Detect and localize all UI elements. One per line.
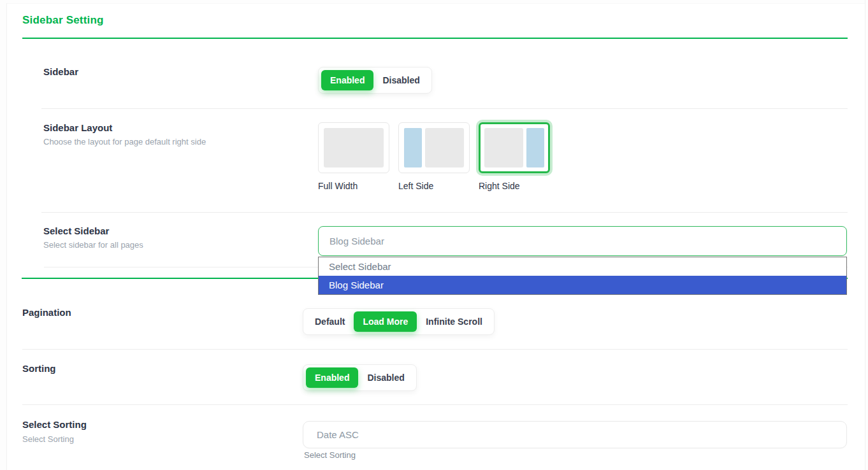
- sidebar-enabled-button[interactable]: Enabled: [321, 70, 373, 90]
- layout-option-full-width[interactable]: Full Width: [318, 122, 389, 191]
- card-left-border: [6, 3, 7, 470]
- layout-option-label: Left Side: [398, 181, 470, 191]
- dropdown-option-blog-sidebar[interactable]: Blog Sidebar: [319, 276, 846, 294]
- sorting-row-label: Sorting: [22, 363, 56, 374]
- pagination-row-label: Pagination: [22, 307, 71, 318]
- content-area-shape: [425, 128, 464, 167]
- row-divider: [22, 349, 848, 350]
- content-area-shape: [324, 128, 384, 167]
- sidebar-disabled-button[interactable]: Disabled: [373, 70, 428, 90]
- sorting-enabled-button[interactable]: Enabled: [306, 367, 358, 388]
- sidebar-strip-shape: [526, 128, 544, 167]
- card-top-border: [6, 3, 865, 4]
- layout-options: Full Width Left Side Right Side: [318, 122, 550, 191]
- layout-thumbnail-left-side[interactable]: [398, 122, 470, 173]
- sidebar-strip-shape: [404, 128, 422, 167]
- pagination-infinite-scroll-button[interactable]: Infinite Scroll: [417, 311, 491, 332]
- sorting-toggle-group: Enabled Disabled: [303, 364, 417, 391]
- pagination-default-button[interactable]: Default: [306, 311, 354, 332]
- select-sorting-dropdown[interactable]: Date ASC: [303, 421, 847, 448]
- select-sidebar-dropdown[interactable]: Blog Sidebar: [318, 226, 847, 256]
- layout-option-label: Full Width: [318, 181, 389, 191]
- sidebar-row-label: Sidebar: [43, 66, 78, 77]
- select-sorting-helper-text: Select Sorting: [304, 450, 356, 460]
- sidebar-layout-row-label: Sidebar Layout: [43, 122, 112, 133]
- pagination-toggle-group: Default Load More Infinite Scroll: [303, 308, 495, 335]
- select-sorting-current-value: Date ASC: [317, 429, 359, 440]
- pagination-load-more-button[interactable]: Load More: [354, 311, 417, 332]
- row-divider: [41, 212, 848, 213]
- sorting-disabled-button[interactable]: Disabled: [358, 367, 413, 388]
- layout-option-left-side[interactable]: Left Side: [398, 122, 470, 191]
- select-sidebar-current-value: Blog Sidebar: [329, 236, 384, 246]
- select-sorting-row-label: Select Sorting: [22, 419, 87, 430]
- select-sidebar-row-label: Select Sidebar: [43, 225, 109, 236]
- sidebar-settings-page: Sidebar Setting Sidebar Enabled Disabled…: [0, 0, 868, 470]
- layout-thumbnail-full-width[interactable]: [318, 122, 389, 173]
- dropdown-option-select-sidebar[interactable]: Select Sidebar: [319, 257, 846, 276]
- layout-option-label: Right Side: [479, 181, 550, 191]
- select-sidebar-options-list: Select Sidebar Blog Sidebar: [318, 257, 847, 295]
- row-divider: [41, 108, 848, 109]
- sidebar-toggle-group: Enabled Disabled: [318, 67, 432, 94]
- title-underline: [22, 38, 848, 39]
- layout-thumbnail-right-side-selected[interactable]: [479, 122, 550, 173]
- select-sidebar-row-description: Select sidebar for all pages: [43, 240, 143, 250]
- sidebar-layout-row-description: Choose the layout for page default right…: [43, 137, 206, 146]
- select-sorting-row-description: Select Sorting: [22, 434, 74, 444]
- page-title: Sidebar Setting: [22, 14, 104, 27]
- layout-option-right-side[interactable]: Right Side: [479, 122, 550, 191]
- content-area-shape: [484, 128, 523, 167]
- row-divider: [22, 404, 848, 405]
- card-right-border: [865, 0, 865, 470]
